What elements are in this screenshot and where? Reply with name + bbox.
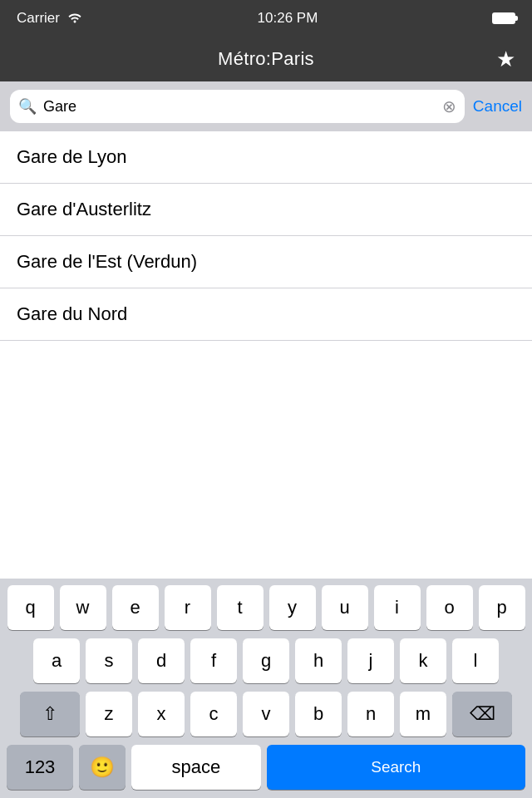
key-p[interactable]: p [479,585,525,630]
search-input[interactable] [43,98,436,116]
key-z[interactable]: z [86,692,132,736]
shift-key[interactable]: ⇧ [20,692,80,736]
key-r[interactable]: r [165,585,211,630]
keyboard-bottom-row: 123 🙂 space Search [3,745,529,790]
key-y[interactable]: y [269,585,316,630]
key-h[interactable]: h [295,638,342,683]
numbers-key[interactable]: 123 [7,745,73,790]
key-i[interactable]: i [374,585,421,630]
search-key[interactable]: Search [267,745,525,790]
result-item[interactable]: Gare du Nord [0,288,532,341]
emoji-key[interactable]: 🙂 [79,745,126,790]
result-item[interactable]: Gare de l'Est (Verdun) [0,236,532,288]
key-l[interactable]: l [452,638,499,683]
space-key[interactable]: space [131,745,261,790]
key-w[interactable]: w [60,585,106,630]
key-m[interactable]: m [400,692,446,736]
keyboard: q w e r t y u i o p a s d f g h j k l ⇧ … [0,579,532,798]
time-label: 10:26 PM [258,10,318,27]
key-c[interactable]: c [190,692,237,736]
delete-key[interactable]: ⌫ [452,692,512,736]
wifi-icon [66,10,83,27]
key-d[interactable]: d [138,638,185,683]
key-e[interactable]: e [112,585,159,630]
key-q[interactable]: q [7,585,54,630]
key-t[interactable]: t [217,585,264,630]
keyboard-row-3: ⇧ z x c v b n m ⌫ [3,692,529,736]
result-item[interactable]: Gare d'Austerlitz [0,184,532,236]
key-f[interactable]: f [190,638,237,683]
cancel-button[interactable]: Cancel [473,97,522,116]
clear-button[interactable]: ⊗ [442,96,456,116]
battery-icon [492,12,515,24]
status-left: Carrier [17,10,83,27]
star-icon[interactable]: ★ [496,47,515,72]
key-j[interactable]: j [347,638,394,683]
results-list: Gare de Lyon Gare d'Austerlitz Gare de l… [0,131,532,341]
key-x[interactable]: x [138,692,185,736]
key-u[interactable]: u [322,585,368,630]
key-v[interactable]: v [243,692,289,736]
search-input-wrap: 🔍 ⊗ [10,90,465,123]
key-k[interactable]: k [400,638,446,683]
keyboard-row-2: a s d f g h j k l [3,638,529,683]
nav-title: Métro:Paris [218,48,314,70]
key-b[interactable]: b [295,692,342,736]
key-n[interactable]: n [347,692,394,736]
search-glass-icon: 🔍 [18,97,37,116]
key-g[interactable]: g [243,638,289,683]
carrier-label: Carrier [17,10,60,27]
status-bar: Carrier 10:26 PM [0,0,532,37]
key-o[interactable]: o [426,585,473,630]
search-bar-area: 🔍 ⊗ Cancel [0,81,532,131]
keyboard-row-1: q w e r t y u i o p [3,585,529,630]
key-a[interactable]: a [33,638,80,683]
nav-bar: Métro:Paris ★ [0,37,532,81]
result-item[interactable]: Gare de Lyon [0,131,532,184]
key-s[interactable]: s [86,638,132,683]
